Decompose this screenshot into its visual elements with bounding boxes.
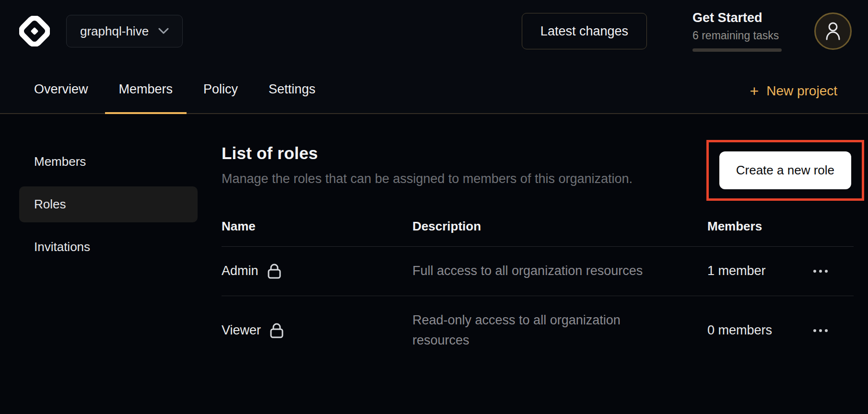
sidebar-item-roles[interactable]: Roles <box>19 186 198 222</box>
lock-icon <box>267 263 282 279</box>
ellipsis-dot <box>813 270 816 273</box>
person-icon <box>825 22 841 40</box>
ellipsis-dot <box>819 270 822 273</box>
annotation-highlight-rectangle: Create a new role <box>706 140 864 201</box>
roles-panel: List of roles Manage the roles that can … <box>222 144 854 414</box>
page-title: List of roles <box>222 144 633 163</box>
roles-table: Name Description Members Admin <box>222 212 854 365</box>
roles-table-header: Name Description Members <box>222 212 854 247</box>
column-header-members: Members <box>707 219 810 234</box>
table-row-admin: Admin Full access to all organization re… <box>222 247 854 296</box>
members-count-text: 1 member <box>707 264 766 278</box>
role-menu-cell <box>810 323 854 338</box>
role-menu-cell <box>810 264 854 278</box>
members-sidebar: Members Roles Invitations <box>19 144 198 414</box>
tab-settings[interactable]: Settings <box>255 82 329 114</box>
members-count-text: 0 members <box>707 323 772 337</box>
org-selector-dropdown[interactable]: graphql-hive <box>66 15 183 47</box>
tabs: Overview Members Policy Settings <box>20 82 329 113</box>
sidebar-item-invitations[interactable]: Invitations <box>19 229 198 265</box>
role-name-text: Admin <box>222 264 258 278</box>
ellipsis-dot <box>819 329 822 332</box>
top-header: graphql-hive Latest changes Get Started … <box>0 0 868 62</box>
column-header-description: Description <box>412 219 707 234</box>
row-menu-ellipsis-button[interactable] <box>810 264 831 278</box>
column-header-name: Name <box>222 219 412 234</box>
table-row-viewer: Viewer Read-only access to all organizat… <box>222 296 854 365</box>
sidebar-item-members[interactable]: Members <box>19 144 198 180</box>
plus-icon: + <box>750 83 759 99</box>
get-started-title: Get Started <box>692 11 785 25</box>
role-description-text: Full access to all organization resource… <box>412 261 655 281</box>
ellipsis-dot <box>825 329 828 332</box>
role-description-cell: Full access to all organization resource… <box>412 261 707 281</box>
role-members-cell: 0 members <box>707 323 810 338</box>
role-members-cell: 1 member <box>707 264 810 278</box>
role-name-cell: Admin <box>222 263 412 279</box>
chevron-down-icon <box>158 28 169 34</box>
get-started-progress-bar <box>692 48 782 52</box>
user-avatar-button[interactable] <box>814 12 852 50</box>
page-subtitle: Manage the roles that can be assigned to… <box>222 172 633 186</box>
role-description-cell: Read-only access to all organization res… <box>412 310 707 351</box>
roles-panel-header: List of roles Manage the roles that can … <box>222 144 854 201</box>
new-project-label: New project <box>766 83 837 99</box>
page-content: Members Roles Invitations List of roles … <box>0 114 868 414</box>
tab-overview[interactable]: Overview <box>20 82 102 114</box>
hive-logo-icon[interactable] <box>19 16 50 46</box>
role-description-text: Read-only access to all organization res… <box>412 310 655 351</box>
ellipsis-dot <box>825 270 828 273</box>
lock-icon <box>270 322 284 339</box>
org-tabbar: Overview Members Policy Settings + New p… <box>0 62 868 114</box>
roles-title-block: List of roles Manage the roles that can … <box>222 144 633 186</box>
tab-members[interactable]: Members <box>105 82 187 114</box>
create-new-role-button[interactable]: Create a new role <box>719 151 851 189</box>
role-name-cell: Viewer <box>222 322 412 339</box>
tab-policy[interactable]: Policy <box>189 82 252 114</box>
new-project-button[interactable]: + New project <box>750 83 837 113</box>
column-header-menu <box>810 219 854 234</box>
get-started-subtitle: 6 remaining tasks <box>692 29 785 42</box>
row-menu-ellipsis-button[interactable] <box>810 323 831 338</box>
latest-changes-button[interactable]: Latest changes <box>522 13 647 49</box>
org-name: graphql-hive <box>80 24 149 39</box>
get-started-widget[interactable]: Get Started 6 remaining tasks <box>692 11 785 52</box>
role-name-text: Viewer <box>222 323 261 338</box>
ellipsis-dot <box>813 329 816 332</box>
